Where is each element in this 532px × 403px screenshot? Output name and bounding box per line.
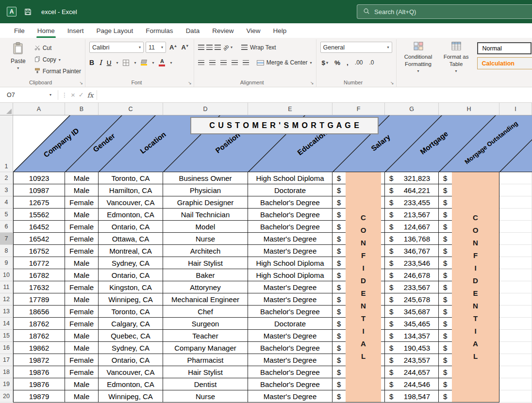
align-bottom-icon[interactable] <box>215 45 221 50</box>
cell-position[interactable]: Dentist <box>163 378 248 390</box>
cell-gender[interactable]: Male <box>65 342 99 354</box>
cell-location[interactable]: Winnipeg, CA <box>99 390 163 403</box>
cell-location[interactable]: Toronto, CA <box>99 172 163 184</box>
column-header-G[interactable]: G <box>385 103 439 115</box>
row-header-2[interactable]: 2 <box>0 172 13 184</box>
decrease-indent-icon[interactable] <box>232 60 238 65</box>
formula-input[interactable] <box>100 87 532 102</box>
cell-position[interactable]: Pharmacist <box>163 354 248 366</box>
cell-mortgage[interactable]: $124,667 <box>385 221 439 233</box>
cell-style-normal[interactable]: Normal <box>477 42 532 54</box>
confidential-overlay-salary[interactable]: CONFIDENTIAL <box>346 172 381 402</box>
column-header-E[interactable]: E <box>248 103 332 115</box>
kebab-icon[interactable]: ⋮ <box>62 92 67 98</box>
cell-position[interactable]: Nurse <box>163 233 248 245</box>
cell-position[interactable]: Graphic Designer <box>163 196 248 209</box>
cell-location[interactable]: Ontario, CA <box>99 269 163 281</box>
cell-company_id[interactable]: 16542 <box>13 233 65 245</box>
alignment-dialog-launcher-icon[interactable]: ↘ <box>310 81 314 85</box>
increase-font-size-button[interactable]: A▴ <box>168 44 178 51</box>
cell-company_id[interactable]: 10923 <box>13 172 65 184</box>
cell-empty[interactable] <box>499 221 532 233</box>
cell-gender[interactable]: Male <box>65 209 99 221</box>
cell-gender[interactable]: Male <box>65 390 99 403</box>
cell-education[interactable]: Master's Degree <box>248 245 332 257</box>
cell-mortgage[interactable]: $246,678 <box>385 269 439 281</box>
row-header-17[interactable]: 17 <box>0 354 13 366</box>
cell-location[interactable]: Calgary, CA <box>99 318 163 330</box>
cell-mortgage[interactable]: $233,567 <box>385 281 439 293</box>
cell-empty[interactable] <box>499 342 532 354</box>
tab-help[interactable]: Help <box>266 24 293 38</box>
cell-position[interactable]: Architech <box>163 245 248 257</box>
cell-position[interactable]: Business Owner <box>163 172 248 184</box>
cell-company_id[interactable]: 18656 <box>13 306 65 318</box>
accounting-format-button[interactable]: $▾ <box>320 59 330 66</box>
tab-review[interactable]: Review <box>206 24 240 38</box>
cell-education[interactable]: High School Diploma <box>248 269 332 281</box>
cancel-icon[interactable]: × <box>71 91 75 99</box>
cell-education[interactable]: Bachelor's Degree <box>248 378 332 390</box>
cell-mortgage[interactable]: $213,567 <box>385 209 439 221</box>
cell-gender[interactable]: Female <box>65 221 99 233</box>
merge-center-button[interactable]: Merge & Center ▾ <box>257 59 312 66</box>
cell-gender[interactable]: Male <box>65 257 99 269</box>
cell-education[interactable]: Doctorate <box>248 184 332 196</box>
font-name-select[interactable]: Calibri▾ <box>89 42 144 53</box>
row-header-8[interactable]: 8 <box>0 245 13 257</box>
cell-location[interactable]: Ontario, CA <box>99 221 163 233</box>
confidential-overlay-mortgage-outstanding[interactable]: CONFIDENTIAL <box>452 172 499 402</box>
cell-company_id[interactable]: 19876 <box>13 378 65 390</box>
tab-home[interactable]: Home <box>31 24 61 38</box>
cell-position[interactable]: Company Manager <box>163 342 248 354</box>
row-header-15[interactable]: 15 <box>0 330 13 342</box>
row-header-5[interactable]: 5 <box>0 209 13 221</box>
cell-education[interactable]: Master's Degree <box>248 281 332 293</box>
cell-education[interactable]: Master's Degree <box>248 330 332 342</box>
cell-location[interactable]: Montreal, CA <box>99 245 163 257</box>
cell-location[interactable]: Winnipeg, CA <box>99 293 163 306</box>
cell-education[interactable]: Master's Degree <box>248 233 332 245</box>
column-header-I[interactable]: I <box>499 103 532 115</box>
tab-formulas[interactable]: Formulas <box>139 24 179 38</box>
cell-company_id[interactable]: 19872 <box>13 354 65 366</box>
cell-mortgage[interactable]: $245,678 <box>385 293 439 306</box>
cell-position[interactable]: Chef <box>163 306 248 318</box>
borders-icon[interactable] <box>123 60 129 66</box>
cell-location[interactable]: Toronto, CA <box>99 306 163 318</box>
fill-color-options-icon[interactable]: ▾ <box>152 61 154 65</box>
cell-empty[interactable] <box>499 318 532 330</box>
column-header-F[interactable]: F <box>332 103 385 115</box>
cell-education[interactable]: Master's Degree <box>248 293 332 306</box>
align-middle-icon[interactable] <box>206 45 213 50</box>
decrease-decimal-button[interactable]: .0 <box>368 59 376 66</box>
font-size-select[interactable]: 11▾ <box>146 42 166 53</box>
cell-position[interactable]: Hair Stylist <box>163 257 248 269</box>
cell-company_id[interactable]: 15562 <box>13 209 65 221</box>
cell-gender[interactable]: Female <box>65 196 99 209</box>
cell-mortgage[interactable]: $233,455 <box>385 196 439 209</box>
insert-function-icon[interactable]: fx <box>87 91 94 99</box>
cut-button[interactable]: Cut <box>34 44 81 52</box>
cell-empty[interactable] <box>499 257 532 269</box>
search-box[interactable]: Search (Alt+Q) <box>357 4 532 19</box>
cell-company_id[interactable]: 16452 <box>13 221 65 233</box>
font-color-options-icon[interactable]: ▾ <box>170 61 172 65</box>
select-all-corner[interactable] <box>0 103 13 115</box>
cell-education[interactable]: Bachelor's Degree <box>248 366 332 378</box>
bold-button[interactable]: B <box>89 59 94 66</box>
cell-location[interactable]: Edmonton, CA <box>99 209 163 221</box>
cell-education[interactable]: Master's Degree <box>248 354 332 366</box>
cell-position[interactable]: Hair Stylist <box>163 366 248 378</box>
cell-empty[interactable] <box>499 330 532 342</box>
cell-location[interactable]: Ontario, CA <box>99 354 163 366</box>
tab-insert[interactable]: Insert <box>61 24 90 38</box>
cell-empty[interactable] <box>499 209 532 221</box>
percent-style-button[interactable]: % <box>333 59 342 66</box>
cell-location[interactable]: Edmonton, CA <box>99 378 163 390</box>
orientation-options-icon[interactable]: ▾ <box>231 45 233 49</box>
row-header-19[interactable]: 19 <box>0 378 13 390</box>
number-format-select[interactable]: General▾ <box>320 42 392 53</box>
cell-company_id[interactable]: 16752 <box>13 245 65 257</box>
orientation-icon[interactable]: ab <box>221 43 230 51</box>
